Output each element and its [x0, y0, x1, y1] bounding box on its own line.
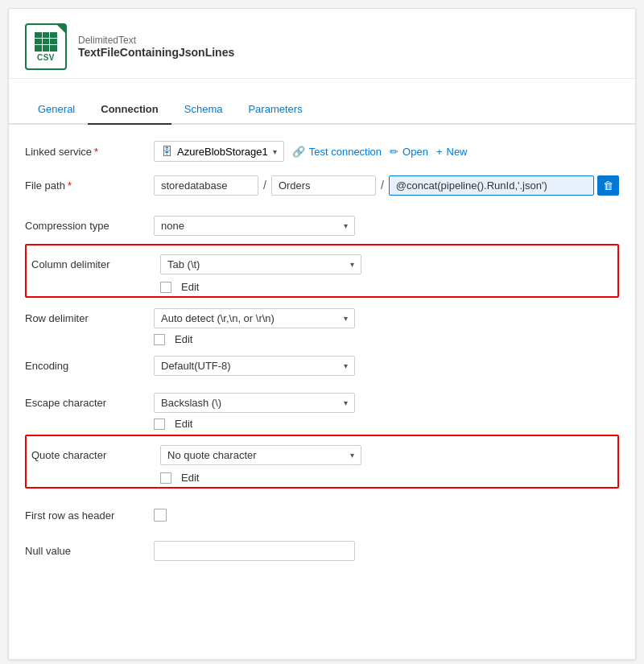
- compression-type-chevron: ▾: [344, 221, 348, 230]
- escape-character-value: Backslash (\): [161, 397, 221, 409]
- separator-1: /: [262, 179, 268, 192]
- linked-service-row: Linked service * 🗄 AzureBlobStorage1 ▾ 🔗…: [25, 136, 619, 167]
- compression-type-row: Compression type none ▾: [25, 210, 619, 241]
- encoding-label: Encoding: [25, 360, 154, 372]
- encoding-value: Default(UTF-8): [161, 360, 231, 372]
- tab-parameters[interactable]: Parameters: [235, 95, 315, 125]
- file-path-part2[interactable]: [271, 175, 376, 196]
- column-delimiter-chevron: ▾: [350, 260, 354, 269]
- first-row-header-row: First row as header: [25, 500, 619, 530]
- main-panel: CSV DelimitedText TextFileContainingJson…: [8, 8, 636, 660]
- column-delimiter-dropdown[interactable]: Tab (\t) ▾: [160, 254, 361, 274]
- quote-character-edit-checkbox[interactable]: [160, 472, 171, 484]
- test-connection-icon: 🔗: [292, 146, 305, 158]
- new-link[interactable]: + New: [436, 146, 468, 158]
- csv-label: CSV: [37, 53, 55, 62]
- first-row-header-checkbox[interactable]: [154, 509, 167, 522]
- escape-character-edit-label: Edit: [175, 418, 192, 430]
- tab-general[interactable]: General: [25, 95, 88, 125]
- quote-character-row: Quote character No quote character ▾: [31, 439, 613, 470]
- null-value-input[interactable]: [154, 541, 355, 561]
- escape-character-label: Escape character: [25, 397, 154, 409]
- file-path-part1[interactable]: [154, 175, 258, 196]
- required-star: *: [94, 146, 98, 158]
- csv-icon: CSV: [25, 23, 67, 70]
- column-delimiter-group: Column delimiter Tab (\t) ▾ Edit: [25, 244, 619, 298]
- escape-character-area: Backslash (\) ▾: [154, 393, 619, 413]
- quote-character-area: No quote character ▾: [160, 445, 613, 465]
- escape-character-dropdown[interactable]: Backslash (\) ▾: [154, 393, 355, 413]
- row-delimiter-value: Auto detect (\r,\n, or \r\n): [161, 312, 275, 324]
- tabs-bar: General Connection Schema Parameters: [9, 95, 635, 125]
- escape-character-edit-checkbox[interactable]: [154, 419, 165, 430]
- column-delimiter-value: Tab (\t): [167, 258, 200, 270]
- column-delimiter-row: Column delimiter Tab (\t) ▾: [31, 249, 613, 279]
- row-delimiter-edit-checkbox[interactable]: [154, 334, 165, 345]
- file-path-part3[interactable]: [389, 175, 594, 196]
- file-path-area: / / 🗑: [154, 175, 619, 196]
- encoding-chevron: ▾: [344, 361, 348, 370]
- compression-type-dropdown[interactable]: none ▾: [154, 216, 355, 236]
- linked-service-chevron: ▾: [273, 147, 277, 156]
- encoding-row: Encoding Default(UTF-8) ▾: [25, 350, 619, 381]
- tab-schema[interactable]: Schema: [171, 95, 236, 125]
- test-connection-link[interactable]: 🔗 Test connection: [292, 146, 382, 158]
- quote-character-group: Quote character No quote character ▾ Edi…: [25, 435, 619, 489]
- compression-type-area: none ▾: [154, 216, 619, 236]
- database-icon: 🗄: [161, 145, 172, 158]
- compression-type-label: Compression type: [25, 220, 154, 232]
- header-info: DelimitedText TextFileContainingJsonLine…: [78, 35, 234, 59]
- linked-service-area: 🗄 AzureBlobStorage1 ▾ 🔗 Test connection …: [154, 141, 619, 162]
- file-path-row: File path * / / 🗑: [25, 170, 619, 200]
- quote-character-edit-label: Edit: [181, 472, 199, 484]
- linked-service-dropdown[interactable]: 🗄 AzureBlobStorage1 ▾: [154, 141, 284, 162]
- row-delimiter-edit-label: Edit: [175, 333, 192, 345]
- open-icon: ✏: [390, 146, 398, 158]
- file-path-required: *: [68, 179, 72, 192]
- quote-character-dropdown[interactable]: No quote character ▾: [160, 445, 361, 465]
- escape-character-row: Escape character Backslash (\) ▾: [25, 387, 619, 418]
- delete-button[interactable]: 🗑: [597, 175, 619, 196]
- new-icon: +: [436, 146, 443, 158]
- tab-connection[interactable]: Connection: [88, 95, 171, 125]
- file-path-label: File path *: [25, 179, 154, 192]
- quote-character-chevron: ▾: [350, 451, 354, 460]
- row-delimiter-dropdown[interactable]: Auto detect (\r,\n, or \r\n) ▾: [154, 308, 355, 328]
- open-link[interactable]: ✏ Open: [390, 146, 428, 158]
- row-delimiter-group: Row delimiter Auto detect (\r,\n, or \r\…: [25, 303, 619, 345]
- column-delimiter-edit-label: Edit: [181, 281, 199, 293]
- null-value-label: Null value: [25, 545, 154, 557]
- form-section: Linked service * 🗄 AzureBlobStorage1 ▾ 🔗…: [9, 125, 635, 580]
- null-value-area: [154, 541, 619, 561]
- encoding-area: Default(UTF-8) ▾: [154, 356, 619, 376]
- first-row-header-area: [154, 509, 619, 522]
- quote-character-label: Quote character: [31, 449, 160, 461]
- linked-service-label: Linked service *: [25, 146, 154, 158]
- escape-character-chevron: ▾: [344, 398, 348, 407]
- dataset-name: TextFileContainingJsonLines: [78, 46, 234, 59]
- column-delimiter-edit-checkbox[interactable]: [160, 282, 171, 293]
- escape-character-group: Escape character Backslash (\) ▾ Edit: [25, 387, 619, 430]
- encoding-dropdown[interactable]: Default(UTF-8) ▾: [154, 356, 355, 376]
- row-delimiter-area: Auto detect (\r,\n, or \r\n) ▾: [154, 308, 619, 328]
- header-section: CSV DelimitedText TextFileContainingJson…: [9, 9, 635, 79]
- quote-character-value: No quote character: [167, 449, 257, 461]
- linked-service-value: AzureBlobStorage1: [177, 146, 268, 158]
- column-delimiter-label: Column delimiter: [31, 258, 160, 270]
- row-delimiter-row: Row delimiter Auto detect (\r,\n, or \r\…: [25, 303, 619, 333]
- type-name: DelimitedText: [78, 35, 234, 46]
- compression-type-value: none: [161, 220, 184, 232]
- row-delimiter-label: Row delimiter: [25, 312, 154, 324]
- first-row-header-label: First row as header: [25, 509, 154, 522]
- separator-2: /: [379, 179, 386, 192]
- row-delimiter-chevron: ▾: [344, 314, 348, 323]
- null-value-row: Null value: [25, 535, 619, 566]
- column-delimiter-area: Tab (\t) ▾: [160, 254, 613, 274]
